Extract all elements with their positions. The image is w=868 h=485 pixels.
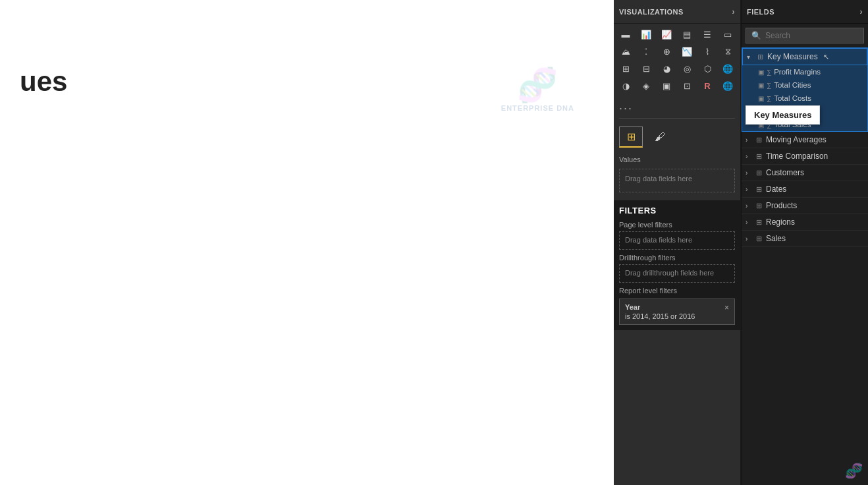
products-expand-arrow: › xyxy=(746,202,753,210)
dates-expand-arrow: › xyxy=(746,186,753,193)
key-measures-label: Key Measures xyxy=(767,52,818,61)
moving-averages-label: Moving Averages xyxy=(766,135,827,144)
customers-expand-arrow: › xyxy=(746,169,753,177)
filters-title: FILTERS xyxy=(619,206,735,215)
field-group-header-time-comparison[interactable]: › ⊞ Time Comparison xyxy=(742,148,868,164)
field-item-total-costs[interactable]: ▣ ∑ Total Costs xyxy=(742,92,867,105)
viz-card2-icon[interactable]: ⊡ xyxy=(678,78,696,94)
viz-column-chart-icon[interactable]: 📊 xyxy=(637,26,655,42)
viz-combo-icon[interactable]: 📉 xyxy=(678,43,696,59)
drillthrough-drop-zone[interactable]: Drag drillthrough fields here xyxy=(619,264,735,283)
field-group-header-regions[interactable]: › ⊞ Regions xyxy=(742,214,868,230)
visualizations-panel: VISUALIZATIONS › ▬ 📊 📈 ▤ ☰ ▭ ⛰ ⁚ ⊕ 📉 ⌇ ⧖… xyxy=(614,0,741,485)
viz-kpi-icon[interactable]: ◈ xyxy=(637,78,655,94)
viz-gauge-icon[interactable]: ◑ xyxy=(616,78,635,94)
viz-map-icon[interactable]: ⊕ xyxy=(657,43,676,59)
key-measures-expand-arrow: ▾ xyxy=(747,53,755,61)
viz-waterfall-icon[interactable]: ⌇ xyxy=(698,43,717,59)
viz-funnel-icon[interactable]: ⧖ xyxy=(719,43,737,59)
viz-card-icon[interactable]: ▭ xyxy=(719,26,737,42)
fields-tree: Key Measures ▾ ⊞ Key Measures ↖ ▣ ∑ Prof… xyxy=(742,47,868,457)
visualizations-collapse-arrow[interactable]: › xyxy=(732,7,736,16)
viz-pie-icon[interactable]: ◕ xyxy=(657,61,676,76)
sales-table-icon: ⊞ xyxy=(756,235,762,243)
field-group-moving-averages: › ⊞ Moving Averages xyxy=(742,132,868,148)
viz-filled-map-icon[interactable]: ⬡ xyxy=(698,61,717,76)
values-label: Values xyxy=(614,153,740,166)
viz-more-button[interactable]: ... xyxy=(614,96,740,115)
viz-matrix-icon[interactable]: ⊞ xyxy=(616,61,635,76)
fields-header: FIELDS › xyxy=(742,0,868,24)
field-group-header-customers[interactable]: › ⊞ Customers xyxy=(742,165,868,181)
dna-watermark-icon: 🧬 xyxy=(501,66,574,104)
viz-donut-icon[interactable]: ◎ xyxy=(678,61,696,76)
total-costs-label: Total Costs xyxy=(774,94,811,102)
viz-custom-icon[interactable]: 🌐 xyxy=(719,78,737,94)
viz-r-icon[interactable]: R xyxy=(698,78,717,94)
drillthrough-label: Drillthrough filters xyxy=(619,254,735,262)
search-input[interactable] xyxy=(765,31,858,40)
field-group-header-sales[interactable]: › ⊞ Sales xyxy=(742,231,868,246)
total-costs-sigma-icon: ∑ xyxy=(767,95,771,102)
moving-averages-expand-arrow: › xyxy=(746,136,753,144)
values-drop-zone[interactable]: Drag data fields here xyxy=(619,169,735,192)
customers-table-icon: ⊞ xyxy=(756,169,762,177)
enterprise-dna-logo: 🧬 ENTERPRISE DNA xyxy=(501,66,574,112)
total-cities-sigma-icon: ∑ xyxy=(767,82,771,89)
field-group-sales: › ⊞ Sales xyxy=(742,231,868,247)
field-group-time-comparison: › ⊞ Time Comparison xyxy=(742,148,868,165)
viz-treemap-icon[interactable]: ⊟ xyxy=(637,61,655,76)
tooltip-text: Key Measures xyxy=(754,110,811,120)
total-cities-label: Total Cities xyxy=(774,81,811,89)
fields-build-icon[interactable]: ⊞ xyxy=(619,127,643,148)
regions-table-icon: ⊞ xyxy=(756,218,762,227)
sales-label: Sales xyxy=(766,234,786,243)
cursor-indicator: ↖ xyxy=(823,53,829,61)
dates-label: Dates xyxy=(766,185,786,194)
total-cities-calc-icon: ▣ xyxy=(758,82,764,89)
key-measures-tooltip: Key Measures xyxy=(746,105,820,125)
regions-label: Regions xyxy=(766,217,795,227)
enterprise-bottom-icon: 🧬 xyxy=(845,463,863,480)
field-item-profit-margins[interactable]: ▣ ∑ Profit Margins xyxy=(742,65,867,78)
moving-averages-table-icon: ⊞ xyxy=(756,136,762,144)
visualizations-header: VISUALIZATIONS › xyxy=(614,0,740,24)
fields-panel: FIELDS › 🔍 Key Measures ▾ ⊞ Key Measures… xyxy=(741,0,868,485)
viz-globe-icon[interactable]: 🌐 xyxy=(719,61,737,76)
page-level-label: Page level filters xyxy=(619,221,735,229)
dates-table-icon: ⊞ xyxy=(756,185,762,194)
field-group-header-products[interactable]: › ⊞ Products xyxy=(742,198,868,214)
page-title: ues xyxy=(13,13,67,98)
viz-scatter-icon[interactable]: ⁚ xyxy=(637,43,655,59)
customers-label: Customers xyxy=(766,168,804,177)
profit-margins-calc-icon: ▣ xyxy=(758,69,764,76)
page-level-drop-zone[interactable]: Drag data fields here xyxy=(619,231,735,250)
filter-chip-close-button[interactable]: × xyxy=(724,303,729,312)
viz-table-icon[interactable]: ☰ xyxy=(698,26,717,42)
viz-bar-chart-icon[interactable]: ▬ xyxy=(616,26,635,42)
profit-margins-label: Profit Margins xyxy=(774,68,821,76)
sales-expand-arrow: › xyxy=(746,235,753,242)
fields-title: FIELDS xyxy=(747,8,774,16)
viz-slicer-icon[interactable]: ▣ xyxy=(657,78,676,94)
products-label: Products xyxy=(766,201,797,210)
field-group-products: › ⊞ Products xyxy=(742,198,868,214)
field-group-dates: › ⊞ Dates xyxy=(742,181,868,198)
viz-line-chart-icon[interactable]: 📈 xyxy=(657,26,676,42)
filters-section: FILTERS Page level filters Drag data fie… xyxy=(614,200,740,330)
field-group-header-moving-averages[interactable]: › ⊞ Moving Averages xyxy=(742,132,868,148)
field-group-header-dates[interactable]: › ⊞ Dates xyxy=(742,181,868,197)
search-box[interactable]: 🔍 xyxy=(746,28,864,43)
year-filter-chip[interactable]: Year is 2014, 2015 or 2016 × xyxy=(619,299,735,325)
viz-bar-stacked-icon[interactable]: ▤ xyxy=(678,26,696,42)
viz-area-icon[interactable]: ⛰ xyxy=(616,43,635,59)
regions-expand-arrow: › xyxy=(746,219,753,226)
viz-divider xyxy=(619,118,735,119)
canvas-area: ues 🧬 ENTERPRISE DNA xyxy=(0,0,614,485)
field-group-header-key-measures[interactable]: ▾ ⊞ Key Measures ↖ xyxy=(742,48,867,65)
format-icon[interactable]: 🖌 xyxy=(648,127,672,148)
fields-collapse-arrow[interactable]: › xyxy=(860,7,863,16)
profit-margins-sigma-icon: ∑ xyxy=(767,69,771,76)
time-comparison-label: Time Comparison xyxy=(766,152,828,161)
field-item-total-cities[interactable]: ▣ ∑ Total Cities xyxy=(742,78,867,92)
